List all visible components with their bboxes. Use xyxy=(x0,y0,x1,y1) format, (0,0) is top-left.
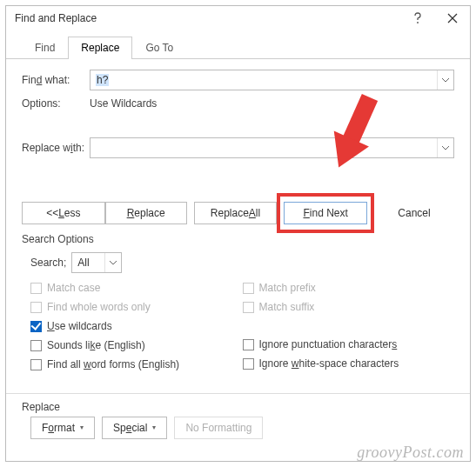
tab-goto[interactable]: Go To xyxy=(132,37,186,59)
search-direction-label: Search; xyxy=(30,257,66,269)
ignore-whitespace-checkbox[interactable]: Ignore white-space characters xyxy=(243,357,455,370)
tab-replace[interactable]: Replace xyxy=(68,37,132,59)
format-button[interactable]: Format▾ xyxy=(30,417,95,439)
find-what-label: Find what: xyxy=(22,74,90,86)
word-forms-checkbox[interactable]: Find all word forms (English) xyxy=(30,358,243,370)
ignore-punctuation-checkbox[interactable]: Ignore punctuation characters xyxy=(243,338,455,350)
replace-all-button[interactable]: Replace All xyxy=(194,202,278,224)
chevron-down-icon xyxy=(104,253,121,272)
find-what-value: h? xyxy=(91,74,437,86)
search-options-header: Search Options xyxy=(22,233,454,245)
special-button[interactable]: Special▾ xyxy=(102,417,167,439)
checkbox-grid: Match case Find whole words only Use wil… xyxy=(30,282,454,370)
match-suffix-checkbox: Match suffix xyxy=(243,301,455,313)
divider xyxy=(6,393,470,394)
replace-with-input[interactable] xyxy=(90,137,454,158)
cancel-button[interactable]: Cancel xyxy=(374,203,454,223)
close-button[interactable] xyxy=(435,6,470,30)
watermark: groovyPost.com xyxy=(357,444,464,462)
button-row: << Less Replace Replace All Find Next Ca… xyxy=(22,202,454,224)
less-button[interactable]: << Less xyxy=(22,202,105,224)
replace-button[interactable]: Replace xyxy=(105,202,187,224)
tab-find[interactable]: Find xyxy=(22,37,68,59)
sounds-like-checkbox[interactable]: Sounds like (English) xyxy=(30,339,243,351)
dialog-body: Find what: h? Options: Use Wildcards Rep… xyxy=(6,59,470,461)
tab-strip: Find Replace Go To xyxy=(6,30,470,59)
dialog-title: Find and Replace xyxy=(15,12,97,24)
whole-words-checkbox: Find whole words only xyxy=(30,301,243,313)
svg-point-0 xyxy=(417,22,419,23)
replace-with-label: Replace with: xyxy=(22,142,90,154)
find-replace-dialog: Find and Replace Find Replace Go To xyxy=(5,5,471,462)
bottom-button-row: Format▾ Special▾ No Formatting xyxy=(30,417,454,439)
match-case-checkbox: Match case xyxy=(30,282,243,294)
options-label: Options: xyxy=(22,97,90,110)
replace-section-header: Replace xyxy=(22,401,454,413)
help-button[interactable] xyxy=(400,6,435,30)
replace-with-dropdown[interactable] xyxy=(437,138,453,157)
find-what-input[interactable]: h? xyxy=(90,70,454,90)
titlebar: Find and Replace xyxy=(6,6,470,30)
options-value: Use Wildcards xyxy=(90,97,157,110)
use-wildcards-checkbox[interactable]: Use wildcards xyxy=(30,320,243,332)
find-what-dropdown[interactable] xyxy=(437,70,453,90)
no-formatting-button: No Formatting xyxy=(174,417,263,439)
find-next-button[interactable]: Find Next xyxy=(284,202,367,224)
match-prefix-checkbox: Match prefix xyxy=(243,282,455,294)
search-direction-dropdown[interactable]: All xyxy=(71,252,122,273)
